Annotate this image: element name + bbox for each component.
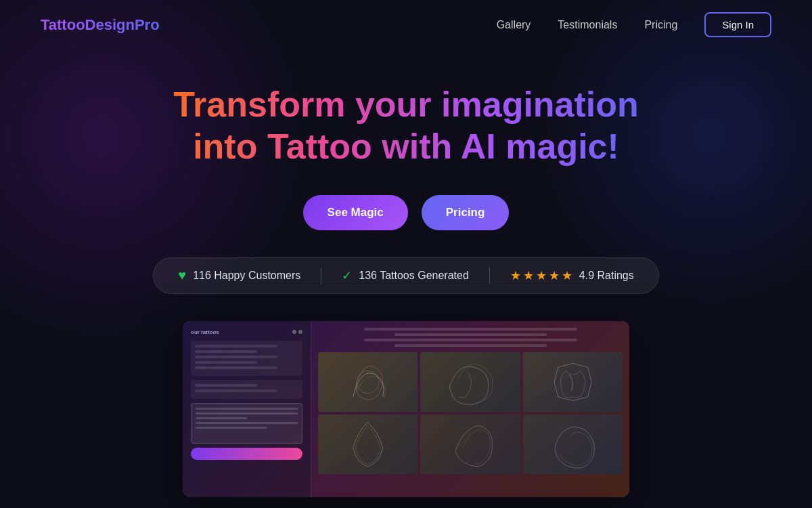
- customers-label: 116 Happy Customers: [193, 270, 300, 282]
- panel-title-text: our tattoos: [191, 329, 219, 335]
- textarea-line-5: [196, 427, 267, 429]
- tattoo-cell-1: [318, 352, 418, 412]
- tattoo-cell-2: [420, 352, 520, 412]
- hero-title: Transform your imagination into Tattoo w…: [152, 83, 660, 168]
- heart-icon: ♥: [178, 268, 186, 283]
- stats-bar: ♥ 116 Happy Customers ✓ 136 Tattoos Gene…: [153, 257, 659, 294]
- right-line-4: [394, 344, 547, 347]
- navigation: TattooDesignPro Gallery Testimonials Pri…: [0, 0, 812, 49]
- tattoo-cell-6: [523, 415, 623, 474]
- panel-line-7: [195, 389, 277, 392]
- textarea-line-4: [196, 422, 298, 424]
- textarea-line-1: [196, 408, 298, 410]
- star-2: ★: [523, 268, 534, 283]
- panel-title-bar: our tattoos: [191, 329, 302, 335]
- nav-link-testimonials[interactable]: Testimonials: [558, 19, 617, 31]
- stat-tattoos: ✓ 136 Tattoos Generated: [342, 268, 469, 283]
- rating-label: 4.9 Ratings: [579, 270, 634, 282]
- panel-dot-1: [292, 330, 296, 334]
- panel-line-3: [195, 356, 277, 358]
- right-line-1: [364, 328, 577, 331]
- stat-divider-1: [321, 268, 321, 284]
- stat-customers: ♥ 116 Happy Customers: [178, 268, 300, 283]
- panel-generate-button[interactable]: [191, 448, 302, 460]
- tattoo-cell-4: [318, 415, 418, 474]
- right-line-3: [364, 339, 577, 341]
- panel-dots: [292, 330, 302, 334]
- star-1: ★: [510, 268, 521, 283]
- check-icon: ✓: [342, 268, 352, 283]
- right-top-text: [318, 328, 623, 347]
- panel-line-2: [195, 350, 257, 353]
- panel-text-block-2: [191, 380, 302, 399]
- textarea-line-3: [196, 417, 247, 419]
- star-4: ★: [549, 268, 560, 283]
- brand-logo[interactable]: TattooDesignPro: [41, 16, 160, 34]
- app-left-panel: our tattoos: [183, 321, 311, 497]
- tattoo-cell-5: [420, 415, 520, 474]
- star-3: ★: [536, 268, 547, 283]
- svg-point-0: [357, 371, 379, 393]
- stat-divider-2: [489, 268, 490, 284]
- stat-rating: ★ ★ ★ ★ ★ 4.9 Ratings: [510, 268, 634, 283]
- app-right-panel: [311, 321, 629, 497]
- nav-link-gallery[interactable]: Gallery: [497, 19, 531, 31]
- panel-line-6: [195, 384, 257, 387]
- stars-container: ★ ★ ★ ★ ★: [510, 268, 572, 283]
- panel-textarea: [191, 403, 302, 444]
- panel-dot-2: [298, 330, 302, 334]
- nav-link-pricing[interactable]: Pricing: [644, 19, 677, 31]
- see-magic-button[interactable]: See Magic: [303, 195, 408, 230]
- panel-line-1: [195, 345, 277, 347]
- hero-buttons: See Magic Pricing: [303, 195, 510, 230]
- panel-text-block-1: [191, 341, 302, 376]
- tattoo-cell-3: [523, 352, 623, 412]
- panel-line-5: [195, 366, 277, 369]
- nav-links: Gallery Testimonials Pricing Sign In: [497, 12, 771, 37]
- panel-line-4: [195, 361, 257, 364]
- pricing-button[interactable]: Pricing: [422, 195, 510, 230]
- right-line-2: [394, 333, 547, 336]
- tattoo-grid: [318, 352, 623, 474]
- textarea-line-2: [196, 412, 298, 415]
- star-5: ★: [562, 268, 572, 283]
- sign-in-button[interactable]: Sign In: [704, 12, 771, 37]
- hero-section: Transform your imagination into Tattoo w…: [0, 49, 812, 508]
- app-preview: our tattoos: [183, 321, 629, 497]
- tattoos-label: 136 Tattoos Generated: [359, 270, 469, 282]
